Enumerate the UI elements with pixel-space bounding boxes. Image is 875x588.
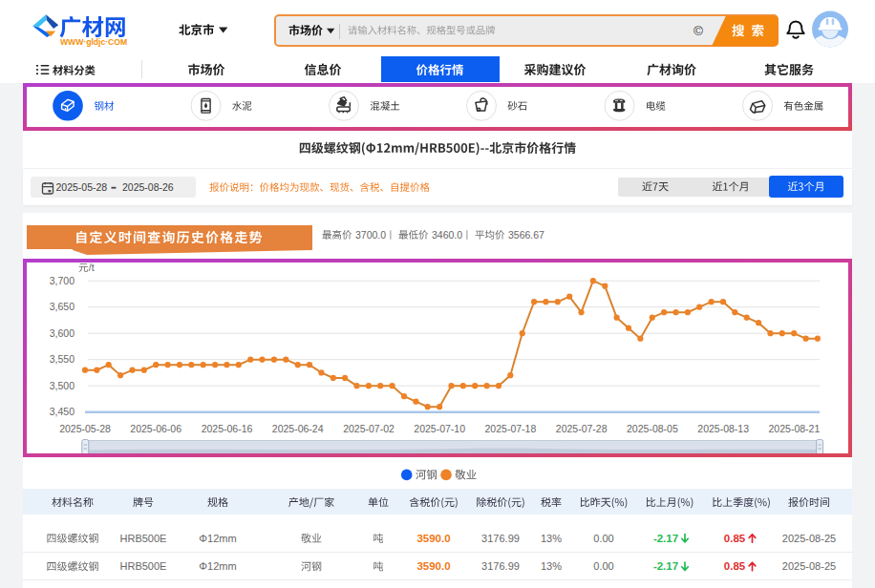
svg-text:HRB500E: HRB500E	[120, 560, 167, 572]
svg-text:2025-07-10: 2025-07-10	[414, 423, 465, 434]
svg-text:3566.67: 3566.67	[508, 229, 544, 241]
svg-text:2025-05-28: 2025-05-28	[56, 181, 108, 193]
svg-text:2025-06-24: 2025-06-24	[272, 423, 324, 434]
svg-text:0.85: 0.85	[724, 533, 746, 544]
svg-text:3700.0: 3700.0	[355, 229, 386, 241]
svg-text:3590.0: 3590.0	[416, 533, 450, 544]
svg-text:2025-05-28: 2025-05-28	[59, 423, 111, 434]
svg-text:2025-08-25: 2025-08-25	[782, 560, 836, 572]
svg-text:2025-08-26: 2025-08-26	[122, 181, 174, 193]
svg-text:3590.0: 3590.0	[416, 560, 450, 572]
svg-text:0.00: 0.00	[593, 560, 613, 572]
svg-text:2025-07-18: 2025-07-18	[485, 423, 537, 434]
svg-text:-2.17: -2.17	[653, 533, 678, 544]
svg-text:2025-06-06: 2025-06-06	[130, 423, 181, 434]
svg-text:2025-08-05: 2025-08-05	[627, 423, 678, 434]
svg-text:2025-07-28: 2025-07-28	[556, 423, 608, 434]
svg-text:Φ12mm: Φ12mm	[199, 533, 236, 544]
svg-text:3,600: 3,600	[50, 327, 75, 339]
svg-text:13%: 13%	[541, 533, 562, 544]
svg-text:-2.17: -2.17	[653, 560, 678, 572]
svg-text:2025-08-21: 2025-08-21	[769, 423, 821, 434]
svg-text:3,500: 3,500	[50, 380, 75, 391]
svg-text:Φ12mm: Φ12mm	[199, 560, 236, 572]
svg-text:2025-06-16: 2025-06-16	[202, 423, 253, 434]
svg-text:3460.0: 3460.0	[432, 229, 462, 241]
svg-text:0.00: 0.00	[593, 533, 613, 544]
svg-text:3,700: 3,700	[50, 275, 75, 286]
svg-text:3,450: 3,450	[50, 406, 75, 417]
svg-text:3176.99: 3176.99	[481, 560, 520, 572]
svg-text:3176.99: 3176.99	[481, 533, 520, 544]
svg-text:3,650: 3,650	[50, 301, 75, 312]
svg-text:©: ©	[694, 24, 703, 38]
svg-text:WWW·gldjc·COM: WWW·gldjc·COM	[60, 37, 127, 47]
svg-text:2025-08-25: 2025-08-25	[782, 533, 836, 544]
svg-text:/t: /t	[89, 262, 95, 273]
svg-text:0.85: 0.85	[724, 560, 746, 572]
svg-text:2025-07-02: 2025-07-02	[343, 423, 395, 434]
svg-text:3,550: 3,550	[50, 353, 75, 365]
svg-text:13%: 13%	[541, 560, 562, 572]
svg-text:HRB500E: HRB500E	[120, 533, 167, 544]
svg-text:2025-08-13: 2025-08-13	[697, 423, 749, 434]
